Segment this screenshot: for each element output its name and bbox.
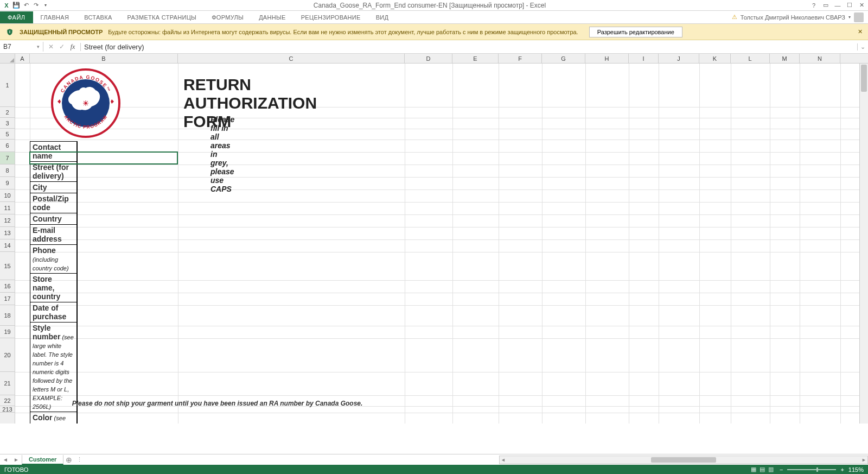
row-header[interactable]: 7	[0, 152, 15, 165]
msgbar-close-icon[interactable]: ✕	[858, 28, 863, 35]
row-header[interactable]: 1	[0, 64, 15, 107]
vertical-scrollbar[interactable]	[859, 64, 868, 424]
zoom-slider[interactable]	[787, 469, 836, 470]
hscroll-right-icon[interactable]: ►	[861, 457, 866, 463]
ribbon-tab[interactable]: ВИД	[368, 11, 397, 23]
name-box-dropdown-icon[interactable]: ▾	[37, 44, 40, 49]
close-icon[interactable]: ✕	[857, 1, 866, 10]
column-header[interactable]: L	[731, 54, 770, 63]
worksheet-grid[interactable]: ABCDEFGHIJKLMN 1235678910111213141516171…	[0, 54, 868, 424]
form-value-cell[interactable]	[77, 142, 78, 162]
column-header[interactable]: H	[585, 54, 629, 63]
form-value-cell[interactable]	[77, 412, 78, 424]
row-header[interactable]: 11	[0, 202, 15, 214]
column-header[interactable]: B	[30, 54, 178, 63]
form-value-cell[interactable]	[77, 213, 78, 225]
column-header[interactable]: D	[405, 54, 452, 63]
row-header[interactable]: 20	[0, 338, 15, 372]
select-all-button[interactable]	[0, 54, 15, 63]
form-value-cell[interactable]	[77, 323, 78, 412]
hscroll-left-icon[interactable]: ◄	[501, 457, 506, 463]
row-header[interactable]: 19	[0, 326, 15, 338]
row-header[interactable]: 5	[0, 129, 15, 140]
avatar[interactable]	[854, 12, 864, 22]
undo-icon[interactable]: ↶	[22, 1, 30, 10]
status-ready: ГОТОВО	[4, 466, 28, 473]
column-header[interactable]: N	[800, 54, 840, 63]
ribbon-tab[interactable]: ВСТАВКА	[76, 11, 119, 23]
ribbon-tab[interactable]: ДАННЫЕ	[251, 11, 293, 23]
horizontal-scrollbar[interactable]: ◄ ►	[499, 456, 868, 464]
fx-icon[interactable]: fx	[68, 43, 77, 51]
cells-area[interactable]: CANADA GOOSE™ ARCTIC PROGRAM RETURN AUTH…	[15, 64, 859, 424]
ribbon-options-icon[interactable]: ▭	[821, 1, 830, 10]
form-subtitle: Please fill in all areas in grey, please…	[210, 115, 234, 193]
form-value-cell[interactable]	[77, 193, 78, 213]
ribbon-tab[interactable]: РАЗМЕТКА СТРАНИЦЫ	[120, 11, 205, 23]
normal-view-icon[interactable]: ▦	[749, 466, 758, 473]
minimize-icon[interactable]: —	[833, 1, 842, 10]
zoom-level[interactable]: 115%	[848, 466, 864, 473]
row-header[interactable]: 16	[0, 280, 15, 293]
ribbon-tab[interactable]: РЕЦЕНЗИРОВАНИЕ	[293, 11, 368, 23]
row-header[interactable]: 15	[0, 252, 15, 280]
row-header[interactable]: 6	[0, 140, 15, 152]
formula-input[interactable]: Street (for delivery)	[81, 42, 857, 52]
row-header[interactable]: 14	[0, 239, 15, 252]
form-value-cell[interactable]	[77, 182, 78, 193]
row-header[interactable]: 13	[0, 227, 15, 239]
file-tab[interactable]: ФАЙЛ	[0, 11, 33, 23]
row-header[interactable]: 213	[0, 406, 15, 413]
sheet-nav-next-icon[interactable]: ►	[11, 457, 22, 463]
row-header[interactable]: 18	[0, 305, 15, 326]
row-header[interactable]: 8	[0, 165, 15, 177]
form-table: Contact nameStreet (for delivery)CityPos…	[30, 141, 78, 424]
column-header[interactable]: A	[15, 54, 30, 63]
zoom-out-icon[interactable]: −	[780, 466, 783, 473]
page-layout-view-icon[interactable]: ▤	[758, 466, 767, 473]
row-header[interactable]: 2	[0, 107, 15, 118]
form-value-cell[interactable]	[77, 302, 78, 323]
view-buttons[interactable]: ▦▤▥	[749, 466, 775, 473]
form-value-cell[interactable]	[77, 274, 78, 302]
save-icon[interactable]: 💾	[12, 1, 21, 10]
sheet-tab-customer[interactable]: Customer	[22, 455, 63, 465]
form-value-cell[interactable]	[77, 162, 78, 182]
hscroll-thumb[interactable]	[651, 457, 716, 463]
row-header[interactable]: 3	[0, 118, 15, 129]
user-dropdown-icon[interactable]: ▾	[848, 15, 851, 20]
ribbon-tab[interactable]: ФОРМУЛЫ	[204, 11, 251, 23]
column-header[interactable]: E	[452, 54, 499, 63]
cancel-formula-icon[interactable]: ✕	[47, 43, 55, 50]
redo-icon[interactable]: ↷	[31, 1, 40, 10]
user-name[interactable]: Толстых Дмитрий Николаевич СВАРЗ	[741, 14, 845, 21]
column-header[interactable]: I	[629, 54, 659, 63]
row-header[interactable]: 21	[0, 372, 15, 395]
name-box[interactable]: B7 ▾	[0, 42, 43, 52]
help-icon[interactable]: ?	[809, 1, 818, 10]
column-header[interactable]: G	[542, 54, 585, 63]
row-header[interactable]: 9	[0, 177, 15, 189]
column-header[interactable]: K	[699, 54, 731, 63]
sheet-nav-prev-icon[interactable]: ◄	[0, 457, 11, 463]
page-break-view-icon[interactable]: ▥	[767, 466, 775, 473]
ribbon-tab[interactable]: ГЛАВНАЯ	[33, 11, 77, 23]
row-header[interactable]: 22	[0, 395, 15, 406]
maximize-icon[interactable]: ☐	[845, 1, 854, 10]
customize-qat-icon[interactable]: ▾	[41, 1, 50, 10]
expand-formula-bar-icon[interactable]: ⌄	[857, 43, 868, 50]
column-header[interactable]: J	[659, 54, 699, 63]
add-sheet-icon[interactable]: ⊕	[63, 456, 74, 464]
accept-formula-icon[interactable]: ✓	[58, 43, 66, 50]
row-header[interactable]: 17	[0, 293, 15, 305]
column-header[interactable]: C	[178, 54, 405, 63]
zoom-in-icon[interactable]: +	[840, 466, 844, 473]
column-header[interactable]: F	[499, 54, 542, 63]
form-value-cell[interactable]	[77, 225, 78, 245]
enable-editing-button[interactable]: Разрешить редактирование	[589, 27, 682, 37]
vscroll-thumb[interactable]	[861, 65, 867, 92]
row-header[interactable]: 10	[0, 189, 15, 202]
row-header[interactable]: 12	[0, 214, 15, 227]
column-header[interactable]: M	[770, 54, 800, 63]
form-value-cell[interactable]	[77, 245, 78, 274]
